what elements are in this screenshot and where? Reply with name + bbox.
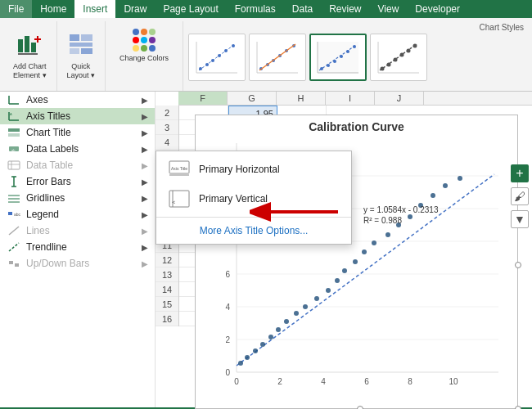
axes-arrow: ▶ bbox=[142, 96, 148, 105]
svg-rect-0 bbox=[18, 39, 23, 52]
svg-point-119 bbox=[385, 232, 390, 237]
data-table-label: Data Table bbox=[26, 160, 142, 171]
chart-styles-label: Chart Styles bbox=[480, 23, 524, 32]
menu-item-trendline[interactable]: Trendline ▶ bbox=[0, 239, 155, 255]
axis-titles-submenu: Axis Title Primary Horizontal A Primary … bbox=[156, 151, 352, 245]
chart-title-arrow: ▶ bbox=[142, 128, 148, 137]
data-labels-icon: ab bbox=[7, 143, 21, 155]
menu-item-axes[interactable]: Axes ▶ bbox=[0, 92, 155, 108]
svg-text:8: 8 bbox=[408, 377, 413, 386]
svg-text:6: 6 bbox=[225, 270, 230, 279]
trendline-label: Trendline bbox=[26, 241, 142, 253]
chart-style-4[interactable] bbox=[370, 34, 427, 81]
primary-horizontal-label: Primary Horizontal bbox=[199, 164, 280, 175]
svg-text:R² = 0.988: R² = 0.988 bbox=[363, 216, 402, 225]
color-dot-3 bbox=[149, 29, 156, 35]
change-colors-label: Change Colors bbox=[119, 54, 169, 62]
chart-resize-bottom-right[interactable] bbox=[515, 406, 521, 409]
chart-style-button[interactable]: 🖌 bbox=[511, 187, 529, 205]
primary-vertical-icon: A bbox=[168, 189, 191, 209]
svg-text:abc: abc bbox=[14, 212, 20, 217]
quick-layout-button[interactable]: QuickLayout ▾ bbox=[62, 29, 101, 83]
chart-resize-right[interactable] bbox=[515, 262, 521, 268]
color-dot-6 bbox=[149, 37, 156, 43]
tab-insert[interactable]: Insert bbox=[74, 0, 115, 18]
tab-review[interactable]: Review bbox=[321, 0, 369, 18]
svg-point-112 bbox=[314, 296, 319, 301]
color-dot-7 bbox=[133, 45, 139, 52]
row-num-3: 3 bbox=[156, 120, 178, 135]
chart-title: Calibration Curve bbox=[196, 115, 517, 135]
tab-developer[interactable]: Developer bbox=[407, 0, 468, 18]
menu-item-data-table[interactable]: Data Table ▶ bbox=[0, 157, 155, 173]
tab-formulas[interactable]: Formulas bbox=[227, 0, 284, 18]
svg-line-28 bbox=[259, 44, 295, 70]
chart-style-3[interactable] bbox=[309, 34, 367, 81]
color-dot-2 bbox=[141, 29, 147, 35]
svg-rect-10 bbox=[81, 48, 92, 54]
chart-add-element-button[interactable]: + bbox=[511, 164, 529, 182]
row-num-13: 13 bbox=[156, 267, 178, 282]
chart-resize-bottom-left[interactable] bbox=[357, 406, 363, 409]
svg-rect-2 bbox=[31, 43, 36, 52]
tab-home[interactable]: Home bbox=[32, 0, 74, 18]
svg-text:4: 4 bbox=[321, 377, 326, 386]
lines-arrow: ▶ bbox=[142, 227, 148, 236]
chart-filter-button[interactable]: ▼ bbox=[511, 210, 529, 228]
submenu-primary-horizontal[interactable]: Axis Title Primary Horizontal bbox=[156, 155, 351, 184]
data-table-arrow: ▶ bbox=[142, 161, 148, 170]
trendline-arrow: ▶ bbox=[142, 243, 148, 252]
svg-point-118 bbox=[372, 240, 376, 245]
menu-item-error-bars[interactable]: Error Bars ▶ bbox=[0, 173, 155, 190]
col-header-I: I bbox=[326, 92, 375, 105]
menu-item-chart-title[interactable]: Chart Title ▶ bbox=[0, 124, 155, 141]
legend-arrow: ▶ bbox=[142, 210, 148, 219]
row-num-4: 4 bbox=[156, 135, 178, 150]
chart-style-2[interactable] bbox=[249, 34, 306, 81]
tab-draw[interactable]: Draw bbox=[115, 0, 155, 18]
svg-rect-70 bbox=[9, 261, 13, 264]
quick-layout-group: QuickLayout ▾ bbox=[57, 21, 106, 91]
menu-item-data-labels[interactable]: ab Data Labels ▶ bbox=[0, 141, 155, 157]
svg-point-106 bbox=[260, 342, 265, 347]
tab-pagelayout[interactable]: Page Layout bbox=[155, 0, 226, 18]
svg-rect-7 bbox=[81, 34, 92, 41]
change-colors-button[interactable]: Change Colors bbox=[112, 25, 176, 66]
svg-text:2: 2 bbox=[225, 335, 230, 344]
svg-rect-29 bbox=[318, 42, 358, 73]
svg-point-123 bbox=[431, 193, 435, 198]
svg-text:6: 6 bbox=[364, 377, 369, 386]
data-labels-label: Data Labels bbox=[26, 143, 142, 155]
ribbon-tabs: File Home Insert Draw Page Layout Formul… bbox=[0, 0, 532, 18]
color-dots-grid bbox=[133, 29, 156, 52]
add-chart-element-button[interactable]: Add ChartElement ▾ bbox=[8, 29, 52, 83]
tab-file[interactable]: File bbox=[0, 0, 32, 18]
tab-view[interactable]: View bbox=[370, 0, 408, 18]
gridlines-arrow: ▶ bbox=[142, 194, 148, 203]
axis-titles-icon: A bbox=[7, 110, 21, 122]
svg-text:Axis Title: Axis Title bbox=[171, 166, 187, 171]
svg-text:10: 10 bbox=[449, 377, 458, 386]
svg-point-113 bbox=[326, 288, 331, 293]
svg-rect-8 bbox=[70, 43, 92, 47]
ribbon-body: Add ChartElement ▾ QuickLayout ▾ bbox=[0, 18, 532, 92]
menu-item-axis-titles[interactable]: A Axis Titles ▶ bbox=[0, 108, 155, 124]
menu-item-updown-bars[interactable]: Up/Down Bars ▶ bbox=[0, 255, 155, 272]
svg-rect-66 bbox=[8, 212, 12, 215]
chart-style-1[interactable] bbox=[188, 34, 246, 81]
svg-text:0: 0 bbox=[234, 377, 239, 386]
col-header-J: J bbox=[375, 92, 424, 105]
gridlines-icon bbox=[7, 192, 21, 204]
svg-point-115 bbox=[342, 268, 347, 273]
error-bars-label: Error Bars bbox=[26, 176, 142, 187]
chart-styles-section: Chart Styles bbox=[183, 21, 529, 91]
menu-item-gridlines[interactable]: Gridlines ▶ bbox=[0, 190, 155, 206]
menu-item-lines[interactable]: Lines ▶ bbox=[0, 222, 155, 239]
menu-item-legend[interactable]: abc Legend ▶ bbox=[0, 206, 155, 222]
svg-text:0: 0 bbox=[225, 368, 230, 377]
add-chart-element-icon bbox=[16, 33, 43, 61]
chart-title-icon bbox=[7, 127, 21, 138]
chart-thumbs bbox=[188, 34, 524, 81]
tab-data[interactable]: Data bbox=[284, 0, 321, 18]
svg-point-124 bbox=[443, 183, 448, 188]
